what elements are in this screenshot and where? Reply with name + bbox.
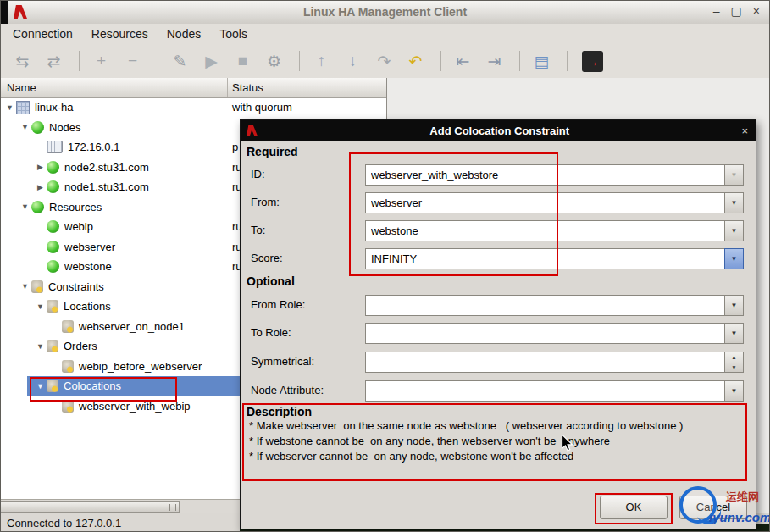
constraint-icon (62, 320, 74, 333)
start-button[interactable]: ▶ (197, 48, 225, 74)
edit-button[interactable]: ✎ (166, 48, 194, 74)
migrate-button[interactable]: ⇤ (449, 48, 477, 74)
expander-closed-icon[interactable]: ▶ (34, 183, 47, 191)
description-line: * If webserver cannot be on any node, we… (249, 449, 751, 464)
tree-label: Resources (49, 201, 102, 213)
sphere-icon (31, 201, 44, 213)
score-dropdown-button[interactable]: ▼ (724, 248, 744, 269)
expander-open-icon[interactable]: ▼ (19, 123, 31, 131)
node-attribute-input[interactable] (365, 380, 724, 402)
node-attribute-dropdown-button[interactable]: ▼ (724, 380, 744, 402)
tree-label: 172.16.0.1 (68, 141, 119, 153)
to-role-dropdown-button[interactable]: ▼ (724, 323, 744, 344)
to-label: To: (251, 224, 265, 236)
chevron-down-icon: ▼ (731, 330, 738, 337)
spinner-up-icon[interactable]: ▲ (725, 352, 743, 363)
from-role-row: From Role: ▼ (241, 295, 756, 317)
cleanup-button[interactable]: ⚙ (260, 48, 288, 74)
menu-connection[interactable]: Connection (3, 25, 82, 43)
stop-button[interactable]: ■ (229, 48, 257, 74)
toolbar-separator (158, 51, 158, 71)
expander-open-icon[interactable]: ▼ (3, 103, 16, 112)
to-input[interactable] (365, 220, 724, 241)
default-icon: ↷ (378, 52, 391, 71)
from-role-dropdown-button[interactable]: ▼ (724, 295, 744, 316)
column-divider[interactable] (227, 78, 228, 97)
tree-status: p (232, 141, 238, 153)
expander-open-icon[interactable]: ▼ (34, 382, 47, 391)
reset-button[interactable]: ↶ (402, 48, 429, 74)
chevron-down-icon: ▼ (731, 199, 738, 207)
tree-label: webip_before_webserver (79, 360, 202, 373)
window-controls: –▢× (713, 4, 760, 18)
sphere-icon (47, 161, 59, 174)
column-header-status[interactable]: Status (232, 81, 263, 94)
expander-open-icon[interactable]: ▼ (19, 282, 31, 291)
tree-row-linux-ha[interactable]: ▼linux-hawith quorum (0, 97, 386, 118)
from-role-input[interactable] (365, 295, 724, 316)
move-down-button[interactable]: ↓ (339, 48, 367, 74)
ok-button[interactable]: OK (600, 496, 668, 519)
cleanup-icon: ⚙ (267, 52, 281, 71)
to-role-input[interactable] (365, 323, 724, 344)
to-combo: ▼ (365, 220, 744, 241)
tree-label: Nodes (49, 121, 81, 134)
add-button[interactable]: + (87, 48, 115, 74)
id-input[interactable] (365, 164, 724, 186)
login-button[interactable]: ⇆ (8, 48, 36, 74)
toolbar: ⇆⇄+−✎▶■⚙↑↓↷↶⇤⇥▤→ (0, 44, 770, 79)
titlebar: Linux HA Management Client –▢× (0, 0, 770, 25)
to-dropdown-button[interactable]: ▼ (724, 220, 744, 241)
scrollbar-thumb[interactable] (0, 501, 180, 513)
spinner-buttons[interactable]: ▲▼ (724, 352, 744, 373)
from-input[interactable] (365, 192, 724, 213)
symmetrical-input[interactable] (365, 352, 724, 373)
toolbar-separator (519, 51, 520, 71)
logout-button[interactable]: ⇄ (40, 48, 68, 74)
unmigrate-button[interactable]: ⇥ (480, 48, 508, 74)
to-role-label: To Role: (251, 326, 291, 339)
close-button[interactable]: × (753, 4, 760, 18)
quit-button[interactable]: → (582, 51, 603, 72)
login-icon: ⇆ (16, 52, 30, 71)
from-dropdown-button[interactable]: ▼ (724, 192, 744, 213)
constraint-icon (31, 280, 43, 293)
score-input[interactable] (365, 248, 724, 269)
expander-open-icon[interactable]: ▼ (34, 302, 47, 311)
tree-label: node1.stu31.com (64, 180, 149, 193)
tree-label: webstone (64, 260, 112, 273)
menu-nodes[interactable]: Nodes (158, 25, 210, 43)
add-colocation-dialog: Add Colocation Constraint × Required ID:… (240, 119, 756, 529)
menu-resources[interactable]: Resources (82, 25, 158, 43)
log-button[interactable]: ▤ (528, 48, 556, 74)
from-role-combo: ▼ (365, 295, 744, 316)
expander-open-icon[interactable]: ▼ (34, 342, 47, 351)
remove-button[interactable]: − (119, 48, 147, 74)
maximize-button[interactable]: ▢ (731, 4, 742, 18)
id-label: ID: (251, 168, 265, 180)
migrate-icon: ⇤ (457, 52, 470, 71)
column-header-name[interactable]: Name (7, 81, 36, 94)
expander-open-icon[interactable]: ▼ (19, 202, 31, 211)
id-dropdown-button[interactable]: ▼ (724, 164, 744, 186)
required-section-label: Required (247, 145, 298, 158)
spinner-down-icon[interactable]: ▼ (725, 363, 743, 373)
start-icon: ▶ (205, 52, 218, 71)
chevron-down-icon: ▼ (731, 387, 738, 395)
dialog-close-icon[interactable]: × (741, 125, 748, 137)
minimize-button[interactable]: – (713, 4, 720, 18)
cancel-button[interactable]: Cancel (679, 496, 747, 519)
quit-icon: → (586, 54, 599, 69)
description-line: * If webstone cannot be on any node, the… (249, 434, 751, 449)
expander-closed-icon[interactable]: ▶ (34, 163, 47, 171)
move-down-icon: ↓ (349, 52, 357, 70)
default-button[interactable]: ↷ (370, 48, 398, 74)
menu-tools[interactable]: Tools (210, 25, 257, 43)
tree-label: webip (64, 220, 93, 233)
score-combo: ▼ (365, 248, 744, 269)
description-text: * Make webserver on the same node as web… (249, 418, 751, 464)
move-up-button[interactable]: ↑ (307, 48, 335, 74)
tree-label: Constraints (48, 280, 104, 293)
id-row: ID: ▼ (241, 164, 756, 186)
from-label: From: (251, 196, 280, 208)
